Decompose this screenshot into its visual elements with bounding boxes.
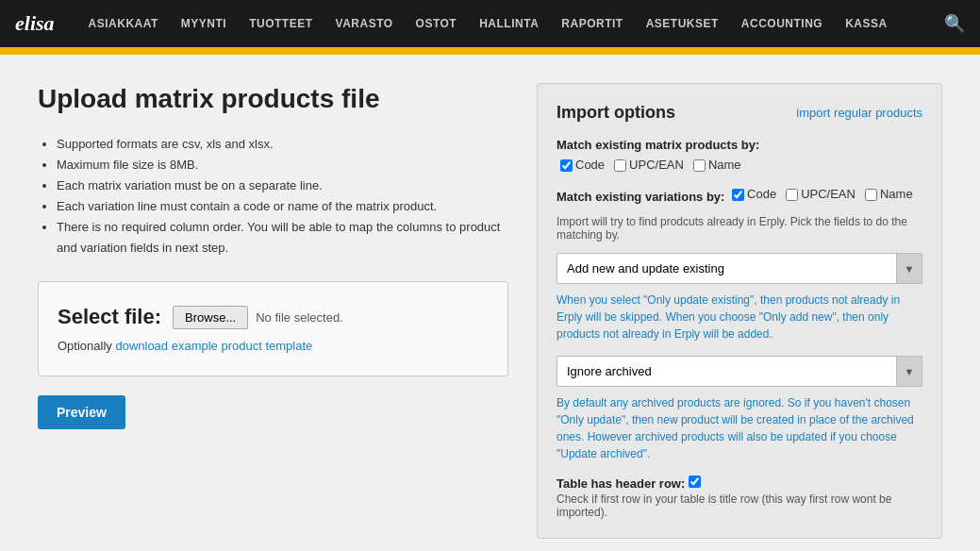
file-select-label: Select file: (58, 305, 161, 329)
match-variations-row: Match existing variations by: Code UPC/E… (556, 185, 922, 208)
match-var-code-checkbox[interactable] (732, 189, 744, 201)
bullet-3: Each matrix variation must be on a separ… (57, 175, 508, 196)
yellow-bar (0, 47, 980, 55)
search-icon[interactable]: 🔍 (944, 13, 965, 34)
import-options-title: Import options (556, 103, 675, 123)
nav-asiakkaat[interactable]: ASIAKKAAT (77, 0, 170, 47)
match-matrix-upc-checkbox[interactable] (614, 159, 626, 172)
bullet-1: Supported formats are csv, xls and xlsx. (57, 134, 508, 155)
nav-tuotteet[interactable]: TUOTTEET (238, 0, 324, 47)
preview-button[interactable]: Preview (38, 395, 125, 429)
match-matrix-name-label: Name (708, 156, 741, 175)
match-variations-checkboxes: Code UPC/EAN Name (732, 185, 913, 205)
match-matrix-code-item[interactable]: Code (560, 156, 605, 175)
match-matrix-row: Match existing matrix products by: Code … (556, 136, 922, 177)
match-var-name-item[interactable]: Name (865, 185, 913, 205)
optionally-row: Optionally download example product temp… (58, 339, 489, 353)
right-panel: Import options import regular products M… (537, 83, 942, 539)
file-select-box: Select file: Browse... No file selected.… (38, 281, 508, 376)
match-var-name-checkbox[interactable] (865, 189, 877, 201)
nav-myynti[interactable]: MYYNTI (170, 0, 238, 47)
nav-kassa[interactable]: KASSA (834, 0, 899, 47)
nav-raportit[interactable]: RAPORTIT (550, 0, 634, 47)
import-regular-link[interactable]: import regular products (796, 106, 922, 120)
no-file-text: No file selected. (256, 310, 343, 325)
match-matrix-checkboxes: Code UPC/EAN Name (560, 156, 741, 175)
match-var-code-item[interactable]: Code (732, 185, 776, 205)
nav-hallinta[interactable]: HALLINTA (468, 0, 550, 47)
bullet-4: Each variation line must contain a code … (57, 196, 508, 217)
page-title: Upload matrix products file (38, 83, 508, 115)
table-header-label: Table has header row: (556, 476, 685, 491)
match-variations-label: Match existing variations by: (556, 190, 724, 204)
left-panel: Upload matrix products file Supported fo… (38, 83, 508, 539)
match-var-upc-label: UPC/EAN (801, 185, 855, 205)
optionally-prefix: Optionally (58, 339, 115, 353)
nav-asetukset[interactable]: ASETUKSET (635, 0, 730, 47)
match-var-name-label: Name (880, 185, 913, 205)
logo[interactable]: elisa (15, 11, 55, 36)
table-header-checkbox[interactable] (689, 476, 701, 488)
match-hint: Import will try to find prodcuts already… (556, 215, 922, 242)
file-select-row: Select file: Browse... No file selected. (58, 305, 489, 329)
match-matrix-name-item[interactable]: Name (693, 156, 741, 175)
main-content: Upload matrix products file Supported fo… (0, 55, 980, 551)
import-mode-select[interactable]: Add new and update existing Only update … (556, 253, 922, 284)
archived-hint: By default any archived products are ign… (556, 394, 922, 462)
info-list: Supported formats are csv, xls and xlsx.… (38, 134, 508, 259)
bullet-5: There is no required column order. You w… (57, 217, 508, 259)
match-matrix-upc-label: UPC/EAN (629, 156, 684, 175)
nav-ostot[interactable]: OSTOT (405, 0, 469, 47)
import-mode-hint: When you select "Only update existing", … (556, 292, 922, 342)
table-header-row: Table has header row: (556, 476, 922, 491)
match-matrix-code-label: Code (575, 156, 605, 175)
match-var-code-label: Code (747, 185, 776, 205)
bullet-2: Maximum file size is 8MB. (57, 155, 508, 175)
download-template-link[interactable]: download example product template (115, 339, 312, 353)
browse-button[interactable]: Browse... (173, 306, 248, 329)
match-matrix-code-checkbox[interactable] (560, 159, 573, 172)
nav-varasto[interactable]: VARASTO (324, 0, 405, 47)
import-options-header: Import options import regular products (556, 103, 922, 123)
archived-wrapper: Ignore archived Update archived Include … (556, 356, 922, 387)
nav-accounting[interactable]: ACCOUNTING (730, 0, 834, 47)
match-var-upc-checkbox[interactable] (786, 189, 798, 201)
import-mode-wrapper: Add new and update existing Only update … (556, 253, 922, 284)
nav-menu: ASIAKKAAT MYYNTI TUOTTEET VARASTO OSTOT … (77, 0, 944, 47)
archived-select[interactable]: Ignore archived Update archived Include … (556, 356, 922, 387)
table-header-hint: Check if first row in your table is titl… (556, 493, 922, 519)
match-matrix-upc-item[interactable]: UPC/EAN (614, 156, 684, 175)
match-matrix-name-checkbox[interactable] (693, 159, 706, 172)
match-matrix-label: Match existing matrix products by: (556, 138, 759, 152)
navbar: elisa ASIAKKAAT MYYNTI TUOTTEET VARASTO … (0, 0, 980, 47)
match-var-upc-item[interactable]: UPC/EAN (786, 185, 855, 205)
